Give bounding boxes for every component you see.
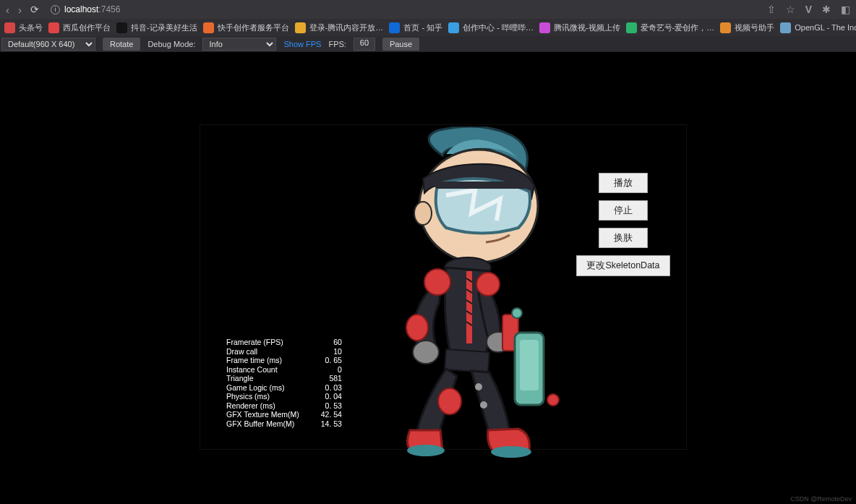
stats-row: Instance Count0: [226, 366, 342, 374]
bookmark-item[interactable]: 腾讯微视-视频上传: [539, 22, 620, 33]
stats-row: Draw call10: [226, 348, 342, 356]
svg-point-14: [512, 308, 522, 318]
stats-row: Frame time (ms)0. 65: [226, 356, 342, 364]
svg-point-2: [414, 202, 432, 225]
bookmark-favicon: [48, 22, 59, 33]
stats-key: Triangle: [226, 375, 299, 383]
resolution-select[interactable]: Default(960 X 640): [1, 38, 95, 51]
stats-value: 581: [301, 375, 342, 383]
v-icon[interactable]: V: [805, 4, 812, 15]
stats-key: Renderer (ms): [226, 402, 299, 410]
show-fps-link[interactable]: Show FPS: [283, 40, 321, 48]
bookmark-favicon: [780, 22, 791, 33]
bookmark-favicon: [720, 22, 731, 33]
sidepanel-icon[interactable]: ◧: [841, 4, 850, 15]
bookmark-label: 爱奇艺号-爱创作，…: [641, 22, 715, 33]
stats-row: Game Logic (ms)0. 03: [226, 384, 342, 392]
stats-value: 14. 53: [301, 420, 342, 428]
play-button[interactable]: 播放: [599, 173, 648, 193]
svg-point-13: [547, 394, 559, 406]
stats-value: 0. 03: [301, 384, 342, 392]
bookmark-favicon: [389, 22, 400, 33]
skin-button[interactable]: 换肤: [599, 228, 648, 248]
bookmark-item[interactable]: 头条号: [4, 22, 43, 33]
bookmark-label: 快手创作者服务平台: [218, 22, 289, 33]
stats-value: 0. 65: [301, 356, 342, 364]
bookmark-favicon: [626, 22, 637, 33]
stats-key: Frame time (ms): [226, 356, 299, 364]
svg-point-15: [438, 388, 461, 414]
url-port: :7456: [98, 4, 120, 14]
stats-value: 42. 54: [301, 411, 342, 419]
stats-value: 0. 53: [301, 402, 342, 410]
debug-mode-select[interactable]: Info: [202, 38, 276, 51]
bookmark-favicon: [448, 22, 459, 33]
reload-icon[interactable]: ⟳: [30, 4, 39, 15]
stats-value: 10: [301, 348, 342, 356]
fps-label: FPS:: [328, 40, 346, 48]
bookmark-favicon: [116, 22, 127, 33]
stop-button[interactable]: 停止: [599, 200, 648, 221]
share-icon[interactable]: ⇧: [767, 4, 776, 15]
rotate-button[interactable]: Rotate: [103, 38, 140, 51]
forward-icon[interactable]: ›: [18, 4, 22, 16]
svg-point-7: [413, 341, 439, 364]
address-bar[interactable]: i localhost:7456: [51, 4, 120, 14]
bookmark-item[interactable]: 抖音-记录美好生活: [116, 22, 197, 33]
bookmark-item[interactable]: 创作中心 - 哔哩哔…: [448, 22, 534, 33]
svg-point-17: [475, 383, 482, 390]
stats-value: 0: [301, 366, 342, 374]
svg-rect-12: [520, 340, 539, 390]
stats-key: GFX Texture Mem(M): [226, 411, 299, 419]
svg-point-5: [424, 269, 450, 295]
bookmark-item[interactable]: OpenGL - The Ind…: [780, 22, 856, 33]
svg-rect-1: [435, 181, 531, 189]
bookmarks-bar: 头条号西瓜创作平台抖音-记录美好生活快手创作者服务平台登录-腾讯内容开放…首页 …: [0, 19, 856, 36]
bookmark-item[interactable]: 视频号助手: [720, 22, 774, 33]
bookmark-item[interactable]: 西瓜创作平台: [48, 22, 111, 33]
extensions-icon[interactable]: ✱: [822, 4, 831, 15]
svg-point-18: [480, 401, 487, 409]
watermark: CSDN @RemoteDev: [790, 495, 852, 503]
bookmark-label: 登录-腾讯内容开放…: [309, 22, 384, 33]
stats-value: 60: [301, 338, 342, 346]
star-icon[interactable]: ☆: [786, 4, 795, 15]
bookmark-label: 视频号助手: [735, 22, 774, 33]
url-host: localhost: [64, 4, 98, 14]
stats-row: Triangle581: [226, 375, 342, 383]
bookmark-label: 腾讯微视-视频上传: [554, 22, 620, 33]
bookmark-favicon: [539, 22, 550, 33]
svg-point-6: [406, 315, 428, 341]
stats-row: Renderer (ms)0. 53: [226, 402, 342, 410]
app-toolbar: Default(960 X 640) Rotate Debug Mode: In…: [0, 36, 856, 52]
game-button-panel: 播放 停止 换肤 更改SkeletonData: [576, 173, 670, 276]
stats-key: Instance Count: [226, 366, 299, 374]
character-sprite: [374, 127, 576, 464]
bookmark-label: 抖音-记录美好生活: [131, 22, 197, 33]
stats-key: Game Logic (ms): [226, 384, 299, 392]
svg-point-16: [407, 445, 445, 456]
back-icon[interactable]: ‹: [6, 4, 9, 16]
stats-panel: Framerate (FPS)60Draw call10Frame time (…: [225, 337, 343, 429]
stats-key: Framerate (FPS): [226, 338, 299, 346]
fps-input[interactable]: 60: [354, 38, 375, 51]
stats-row: GFX Buffer Mem(M)14. 53: [226, 420, 342, 428]
game-canvas: 播放 停止 换肤 更改SkeletonData Framerate (FPS)6…: [200, 124, 687, 450]
stats-value: 0. 04: [301, 393, 342, 401]
stats-row: Physics (ms)0. 04: [226, 393, 342, 401]
pause-button[interactable]: Pause: [382, 38, 419, 51]
bookmark-label: 首页 - 知乎: [403, 22, 442, 33]
svg-point-19: [491, 446, 531, 458]
skeleton-data-button[interactable]: 更改SkeletonData: [576, 255, 670, 276]
bookmark-item[interactable]: 首页 - 知乎: [389, 22, 442, 33]
stats-row: GFX Texture Mem(M)42. 54: [226, 411, 342, 419]
svg-point-8: [476, 273, 500, 296]
bookmark-favicon: [203, 22, 214, 33]
bookmark-favicon: [295, 22, 306, 33]
stats-key: Draw call: [226, 348, 299, 356]
bookmark-item[interactable]: 快手创作者服务平台: [203, 22, 289, 33]
info-icon[interactable]: i: [51, 5, 60, 14]
bookmark-label: 西瓜创作平台: [63, 22, 111, 33]
bookmark-item[interactable]: 登录-腾讯内容开放…: [295, 22, 384, 33]
bookmark-item[interactable]: 爱奇艺号-爱创作，…: [626, 22, 715, 33]
